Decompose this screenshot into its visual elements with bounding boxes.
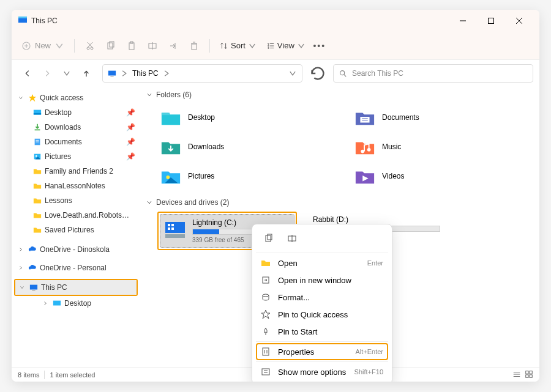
svg-rect-62 bbox=[266, 235, 271, 242]
ctx-pin-quick-access[interactable]: Pin to Quick access bbox=[256, 306, 388, 323]
ctx-format[interactable]: Format... bbox=[256, 289, 388, 306]
search-box[interactable]: Search This PC bbox=[333, 64, 533, 83]
folder-music[interactable]: Music bbox=[351, 133, 533, 160]
app-icon bbox=[18, 15, 28, 27]
icons-view-button[interactable] bbox=[525, 370, 533, 380]
sidebar-item-folder[interactable]: HanaLessonNotes bbox=[14, 179, 138, 193]
folder-desktop[interactable]: Desktop bbox=[157, 104, 339, 131]
svg-rect-81 bbox=[530, 374, 532, 377]
svg-point-67 bbox=[263, 294, 269, 297]
address-row: This PC Search This PC bbox=[12, 60, 539, 87]
svg-rect-61 bbox=[165, 234, 185, 238]
svg-point-42 bbox=[36, 155, 37, 157]
sidebar-item-desktop[interactable]: Desktop📌 bbox=[14, 105, 138, 120]
item-count: 8 items bbox=[18, 371, 39, 379]
svg-point-24 bbox=[268, 43, 269, 44]
window-title: This PC bbox=[31, 17, 58, 25]
ctx-show-more[interactable]: Show more optionsShift+F10 bbox=[256, 363, 388, 380]
quick-access[interactable]: Quick access bbox=[14, 91, 138, 105]
svg-rect-46 bbox=[53, 301, 61, 306]
svg-rect-37 bbox=[34, 113, 41, 115]
svg-rect-48 bbox=[360, 117, 369, 122]
sidebar-item-folder[interactable]: Family and Friends 2 bbox=[14, 164, 138, 179]
ctx-properties[interactable]: PropertiesAlt+Enter bbox=[256, 343, 388, 360]
sidebar-item-folder[interactable]: Saved Pictures bbox=[14, 223, 138, 237]
details-view-button[interactable] bbox=[512, 370, 521, 380]
forward-button[interactable] bbox=[40, 66, 54, 81]
folder-videos[interactable]: Videos bbox=[351, 163, 533, 190]
svg-rect-32 bbox=[110, 76, 113, 76]
share-button[interactable] bbox=[163, 37, 184, 55]
view-button[interactable]: View bbox=[261, 39, 310, 53]
svg-rect-57 bbox=[168, 224, 170, 226]
sidebar-desktop-under-pc[interactable]: Desktop bbox=[14, 296, 138, 311]
sidebar-item-downloads[interactable]: Downloads📌 bbox=[14, 120, 138, 135]
sort-button[interactable]: Sort bbox=[215, 39, 261, 53]
drives-group[interactable]: Devices and drives (2) bbox=[146, 196, 533, 209]
ctx-open-new-window[interactable]: Open in new window bbox=[256, 272, 388, 289]
onedrive-dinoskola[interactable]: OneDrive - Dinoskola bbox=[14, 242, 138, 257]
svg-rect-31 bbox=[108, 71, 116, 76]
sidebar-item-folder[interactable]: Lessons bbox=[14, 193, 138, 208]
maximize-button[interactable] bbox=[477, 11, 505, 31]
ctx-copy-button[interactable] bbox=[258, 229, 279, 248]
paste-button[interactable] bbox=[121, 37, 142, 55]
minimize-button[interactable] bbox=[449, 11, 477, 31]
svg-rect-79 bbox=[530, 371, 532, 373]
selected-count: 1 item selected bbox=[50, 371, 95, 379]
svg-rect-45 bbox=[32, 290, 35, 290]
toolbar: New Sort View ••• bbox=[12, 32, 539, 60]
cut-button[interactable] bbox=[80, 37, 100, 55]
address-dropdown[interactable] bbox=[288, 69, 297, 78]
svg-point-52 bbox=[367, 148, 371, 152]
delete-button[interactable] bbox=[184, 37, 204, 55]
cloud-icon bbox=[28, 245, 37, 254]
svg-rect-3 bbox=[489, 18, 494, 24]
close-button[interactable] bbox=[505, 11, 533, 31]
rename-button[interactable] bbox=[142, 37, 163, 55]
new-button[interactable]: New bbox=[17, 39, 69, 53]
star-icon bbox=[28, 94, 37, 102]
svg-rect-60 bbox=[171, 227, 174, 230]
onedrive-personal[interactable]: OneDrive - Personal bbox=[14, 261, 138, 275]
svg-point-28 bbox=[268, 47, 269, 48]
svg-point-9 bbox=[87, 47, 89, 50]
window-controls bbox=[449, 11, 533, 31]
cloud-icon bbox=[28, 264, 37, 272]
breadcrumb[interactable]: This PC bbox=[132, 69, 159, 78]
ctx-open[interactable]: OpenEnter bbox=[256, 254, 388, 272]
sidebar-item-folder[interactable]: Love.Death.and.Robots.S03.10 bbox=[14, 208, 138, 223]
folder-documents[interactable]: Documents bbox=[351, 104, 533, 131]
refresh-button[interactable] bbox=[309, 64, 327, 83]
svg-line-12 bbox=[88, 42, 92, 47]
svg-rect-78 bbox=[526, 371, 528, 373]
back-button[interactable] bbox=[20, 66, 35, 81]
folder-pictures[interactable]: Pictures bbox=[157, 163, 339, 190]
more-button[interactable]: ••• bbox=[310, 41, 329, 51]
folders-group[interactable]: Folders (6) bbox=[146, 88, 533, 102]
ctx-pin-start[interactable]: Pin to Start bbox=[256, 323, 388, 340]
svg-rect-15 bbox=[129, 43, 134, 50]
recent-button[interactable] bbox=[59, 66, 74, 81]
svg-rect-59 bbox=[168, 227, 170, 230]
pc-icon bbox=[108, 69, 116, 78]
copy-button[interactable] bbox=[100, 37, 121, 55]
svg-rect-44 bbox=[30, 285, 37, 290]
svg-rect-13 bbox=[108, 43, 113, 49]
svg-point-10 bbox=[91, 47, 93, 50]
svg-rect-58 bbox=[171, 224, 174, 226]
svg-rect-80 bbox=[526, 374, 528, 377]
svg-point-33 bbox=[340, 71, 345, 75]
svg-point-26 bbox=[268, 45, 269, 46]
file-explorer-window: This PC New Sort View ••• bbox=[12, 10, 539, 382]
address-bar[interactable]: This PC bbox=[102, 64, 302, 83]
svg-marker-35 bbox=[29, 94, 36, 102]
sidebar-item-pictures[interactable]: Pictures📌 bbox=[14, 149, 138, 164]
folder-downloads[interactable]: Downloads bbox=[157, 133, 339, 160]
sidebar-this-pc[interactable]: This PC bbox=[15, 280, 137, 295]
svg-rect-72 bbox=[262, 369, 269, 375]
ctx-rename-button[interactable] bbox=[282, 229, 302, 248]
sidebar-item-documents[interactable]: Documents📌 bbox=[14, 135, 138, 149]
up-button[interactable] bbox=[79, 66, 94, 81]
drive-icon bbox=[164, 218, 186, 243]
